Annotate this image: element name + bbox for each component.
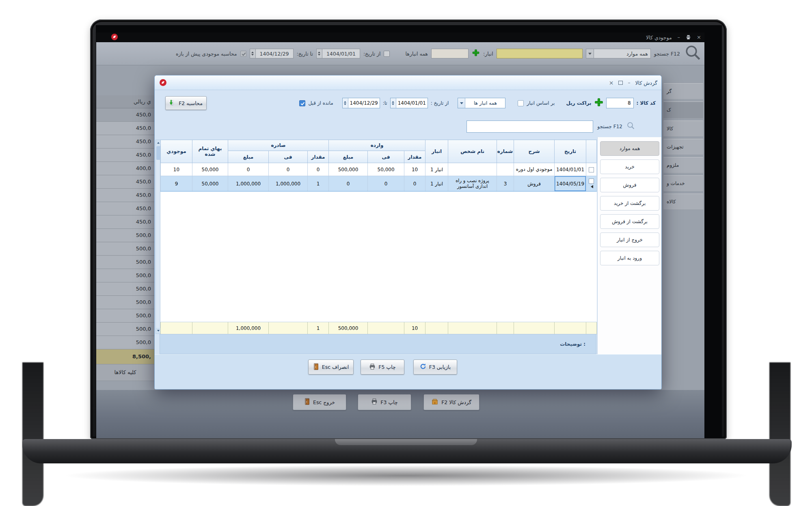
- item-code-input[interactable]: 8: [606, 98, 634, 108]
- table-row[interactable]: 450,0: [96, 122, 154, 135]
- main-filter-combo[interactable]: همه موارد: [586, 49, 651, 58]
- table-row[interactable]: 1404/01/01 موجودي اول دوره انبار 1 10 50…: [161, 163, 597, 176]
- add-warehouse-icon[interactable]: [472, 49, 480, 58]
- sidebar-item[interactable]: خدمات و: [663, 175, 704, 192]
- col-header-in-amount: مبلغ: [329, 151, 368, 163]
- sidebar-item-selected[interactable]: ک: [663, 101, 704, 118]
- from-date-label: از تاریخ:: [363, 51, 381, 57]
- dlg-from-date-spinner[interactable]: 1404/01/01: [390, 98, 428, 108]
- main-filter-value: همه موارد: [594, 51, 650, 57]
- main-print-button[interactable]: چاپ F3: [358, 394, 411, 410]
- main-window-title: موجودي كالا: [646, 34, 672, 41]
- table-row[interactable]: 500,0: [96, 256, 154, 269]
- row-checkbox[interactable]: [589, 179, 594, 184]
- retrieve-button[interactable]: بازیابی F3: [413, 360, 457, 375]
- main-search-label: جستجو F12: [654, 51, 680, 57]
- cell-person: پروژه نصب و راه اندازی آسانسور: [448, 176, 497, 192]
- table-row[interactable]: 450,0: [96, 215, 154, 229]
- cell-warehouse: انبار 1: [425, 163, 448, 176]
- dlg-from-date-label: از تاریخ :: [431, 100, 449, 106]
- spinner-arrows-icon[interactable]: [317, 49, 322, 58]
- sidebar-item[interactable]: ملزوم: [663, 157, 704, 173]
- filter-all-items[interactable]: همه موارد: [600, 141, 659, 156]
- retrieve-button-label: بازیابی F3: [429, 364, 451, 370]
- current-row-arrow-icon: [591, 185, 593, 188]
- minimize-icon[interactable]: –: [678, 35, 680, 40]
- spinner-arrows-icon[interactable]: [250, 49, 256, 58]
- vertical-scrollbar[interactable]: [155, 140, 160, 334]
- dialog-close-icon[interactable]: ×: [609, 81, 614, 85]
- table-row[interactable]: 450,0: [96, 108, 154, 122]
- chevron-down-icon[interactable]: [586, 49, 594, 58]
- cancel-button[interactable]: انصراف Esc: [308, 360, 354, 375]
- warehouse-combo[interactable]: همه انبار ها: [458, 98, 505, 108]
- filter-warehouse-out[interactable]: خروج از انبار: [600, 233, 659, 247]
- spinner-arrows-icon[interactable]: [343, 98, 348, 108]
- table-row[interactable]: 450,0: [96, 189, 154, 202]
- all-warehouses-input[interactable]: [431, 49, 469, 58]
- filter-sale-return[interactable]: برگشت از فروش: [600, 214, 659, 229]
- table-row-selected[interactable]: 1404/05/19 فروش 3 پروژه نصب و راه اندازی…: [161, 176, 597, 192]
- to-date-spinner[interactable]: 1404/12/29: [250, 49, 294, 58]
- sidebar-item[interactable]: تجهیزات: [663, 138, 704, 155]
- table-row[interactable]: 500,0: [96, 323, 154, 336]
- table-row[interactable]: 450,0: [96, 202, 154, 215]
- chevron-down-icon[interactable]: [458, 98, 465, 108]
- prev-balance-checkbox[interactable]: [299, 100, 305, 106]
- from-date-spinner[interactable]: 1404/01/01: [316, 49, 360, 58]
- item-turnover-button[interactable]: گردش کالا F2: [423, 394, 479, 410]
- filter-warehouse-in[interactable]: ورود به انبار: [600, 251, 659, 265]
- calc-before-range-checkbox[interactable]: [240, 51, 246, 57]
- cell-date: 1404/05/19: [555, 176, 586, 192]
- dlg-to-date-label: تا:: [383, 100, 387, 106]
- filter-sale[interactable]: فروش: [600, 178, 659, 192]
- from-date-checkbox[interactable]: [384, 51, 390, 57]
- print-titlebar-icon[interactable]: [686, 34, 691, 41]
- laptop-shadow-left: [22, 362, 43, 506]
- cell-out-amount: 0: [228, 163, 269, 176]
- dialog-search-input[interactable]: [466, 121, 593, 133]
- warehouse-input[interactable]: [497, 49, 583, 58]
- app-logo-icon: [111, 34, 118, 42]
- table-row[interactable]: 500,0: [96, 269, 154, 282]
- laptop-base-notch: [335, 439, 477, 445]
- cell-in-qty: 0: [404, 176, 425, 192]
- close-icon[interactable]: ×: [697, 35, 701, 40]
- exit-button[interactable]: خروج Esc: [293, 394, 346, 410]
- dialog-maximize-icon[interactable]: [618, 81, 623, 85]
- sidebar-item[interactable]: كالاه: [663, 193, 704, 210]
- col-header-cost: بهاي تمام شده: [192, 140, 228, 163]
- exit-button-label: خروج Esc: [313, 399, 335, 405]
- scrollbar-thumb[interactable]: [156, 146, 160, 160]
- col-header-desc: شرح: [514, 140, 555, 163]
- table-row[interactable]: 400,0: [96, 162, 154, 175]
- add-item-icon[interactable]: [594, 98, 603, 108]
- table-row[interactable]: 500,0: [96, 282, 154, 296]
- table-row[interactable]: 450,0: [96, 149, 154, 162]
- table-row[interactable]: 500,0: [96, 242, 154, 256]
- cancel-button-label: انصراف Esc: [322, 364, 349, 370]
- filter-purchase-return[interactable]: برگشت از خرید: [600, 196, 659, 211]
- table-row[interactable]: 500,0: [96, 309, 154, 323]
- by-warehouse-checkbox[interactable]: [518, 100, 524, 106]
- turnover-dialog: × – گردش كالا کد کالا : 8 براکت ریل بر ا…: [154, 75, 662, 390]
- table-row[interactable]: 450,0: [96, 175, 154, 189]
- table-row[interactable]: 500,0: [96, 336, 154, 349]
- dialog-print-button[interactable]: چاپ F5: [361, 360, 404, 375]
- main-window: موجودي كالا – × جستجو F12 همه موارد انبا…: [96, 32, 704, 438]
- sidebar-item[interactable]: كالا: [663, 120, 704, 137]
- refresh-icon: [420, 363, 426, 371]
- sidebar-item[interactable]: گر: [663, 83, 704, 99]
- dialog-minimize-icon[interactable]: –: [628, 81, 630, 85]
- total-out-qty: 1: [308, 322, 329, 334]
- filter-purchase[interactable]: خرید: [600, 159, 659, 174]
- table-row[interactable]: 500,0: [96, 296, 154, 309]
- table-row[interactable]: 500,0: [96, 229, 154, 242]
- cell-num: 3: [497, 176, 514, 192]
- calculate-button[interactable]: محاسبه F2 011001: [165, 96, 207, 110]
- col-header-out-qty: مقدار: [308, 151, 329, 163]
- row-checkbox[interactable]: [589, 167, 594, 172]
- table-row[interactable]: 450,0: [96, 135, 154, 149]
- dlg-to-date-spinner[interactable]: 1404/12/29: [342, 98, 380, 108]
- spinner-arrows-icon[interactable]: [391, 98, 396, 108]
